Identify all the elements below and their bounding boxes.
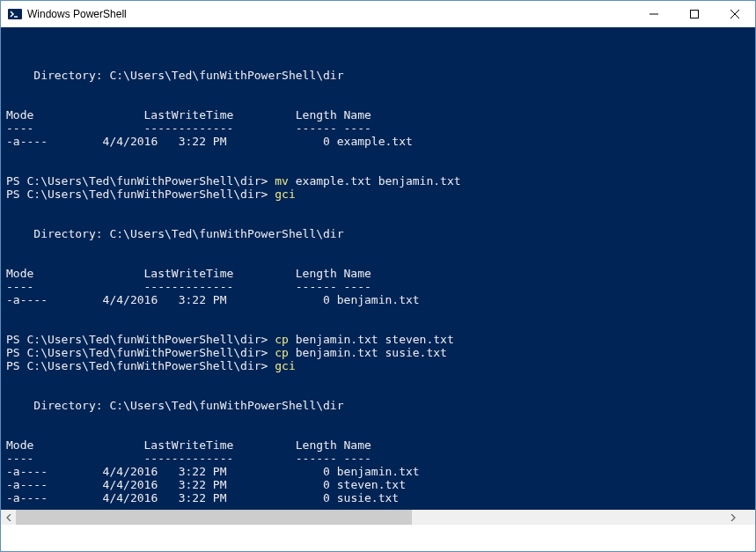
file-row: -a---- 4/4/2016 3:22 PM 0 steven.txt <box>6 478 406 491</box>
file-row: -a---- 4/4/2016 3:22 PM 0 susie.txt <box>6 491 399 504</box>
horizontal-scrollbar[interactable] <box>1 510 755 525</box>
console-wrap: Directory: C:\Users\Ted\funWithPowerShel… <box>1 27 755 551</box>
minimize-button[interactable] <box>634 1 674 26</box>
cmd: cp <box>275 333 289 346</box>
close-button[interactable] <box>715 1 755 26</box>
cmd: mv <box>275 174 289 188</box>
prompt-line: PS C:\Users\Ted\funWithPowerShell\dir> g… <box>6 188 296 201</box>
svg-rect-1 <box>691 10 699 18</box>
scroll-left-button[interactable] <box>1 510 16 525</box>
titlebar[interactable]: Windows PowerShell <box>1 1 755 27</box>
scroll-thumb[interactable] <box>16 510 412 525</box>
powershell-icon <box>8 7 22 21</box>
prompt-line: PS C:\Users\Ted\funWithPowerShell\dir> g… <box>6 359 296 372</box>
file-row: -a---- 4/4/2016 3:22 PM 0 benjamin.txt <box>6 465 420 478</box>
directory-path: C:\Users\Ted\funWithPowerShell\dir <box>109 69 343 82</box>
svg-rect-0 <box>8 9 22 19</box>
console[interactable]: Directory: C:\Users\Ted\funWithPowerShel… <box>1 27 755 510</box>
cmd: gci <box>275 359 295 372</box>
prompt-line: PS C:\Users\Ted\funWithPowerShell\dir> c… <box>6 346 447 359</box>
file-row: -a---- 4/4/2016 3:22 PM 0 example.txt <box>6 135 413 148</box>
prompt-line: PS C:\Users\Ted\funWithPowerShell\dir> m… <box>6 174 461 188</box>
col-name: Name <box>344 108 371 121</box>
scroll-track[interactable] <box>16 510 725 525</box>
file-row: -a---- 4/4/2016 3:22 PM 0 benjamin.txt <box>6 293 420 306</box>
col-length: Length <box>296 108 337 121</box>
window-title: Windows PowerShell <box>27 8 634 20</box>
col-mode: Mode <box>6 108 33 121</box>
maximize-button[interactable] <box>674 1 715 26</box>
prompt-line: PS C:\Users\Ted\funWithPowerShell\dir> c… <box>6 333 454 346</box>
cmd: gci <box>275 188 295 201</box>
cmd: cp <box>275 346 289 359</box>
console-output: Directory: C:\Users\Ted\funWithPowerShel… <box>6 55 755 510</box>
scroll-right-button[interactable] <box>725 510 740 525</box>
window-controls <box>634 1 755 26</box>
col-lastwrite: LastWriteTime <box>144 108 234 121</box>
directory-label: Directory: <box>33 69 109 82</box>
